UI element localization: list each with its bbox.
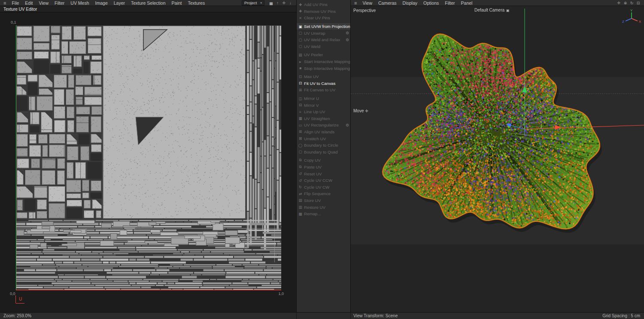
gear-icon[interactable]: ⚙ [345,31,349,35]
command-reset-uv[interactable]: ↺Reset UV [297,170,350,177]
command-mirror-u[interactable]: ◫Mirror U [297,95,350,102]
zoom-view-icon[interactable]: ⊕ [623,0,628,6]
status-bar-middle [296,313,351,319]
command-remap[interactable]: ▩Remap... [297,211,350,217]
rotate-view-icon[interactable]: ↻ [629,0,635,6]
menu-textures[interactable]: Textures [185,0,208,6]
command-uv-unwrap[interactable]: ▢UV Unwrap⚙ [297,30,350,36]
command-label: UV Peeler [304,52,323,57]
command-label: Mirror U [304,96,319,101]
menu-view[interactable]: View [36,0,52,6]
viewport-menu-display[interactable]: Display [400,0,420,6]
project-dropdown[interactable]: Project ▾ [242,0,264,6]
command-flip-sequence[interactable]: ⇄Flip Sequence [297,190,350,197]
uv-straighten-icon: ▦ [298,116,303,120]
command-copy-uv[interactable]: ⧉Copy UV [297,157,350,164]
command-fit-canvas-to-uv[interactable]: ⊞Fit Canvas to UV [297,87,350,93]
menu-layer[interactable]: Layer [111,0,128,6]
command-label: Set UVW from Projection [304,24,350,29]
hand-icon[interactable]: ✛ [281,0,287,6]
menu-uv-mesh[interactable]: UV Mesh [67,0,92,6]
menu-icon[interactable]: ≡ [1,0,9,6]
command-add-uv-pins[interactable]: ✚Add UV Pins [297,1,350,8]
command-uv-peeler[interactable]: ▤UV Peeler [297,51,350,58]
command-boundary-to-quad[interactable]: ▢Boundary to Quad [297,148,350,155]
y-axis-label: Y [630,9,633,12]
boundary-to-circle-icon: ◯ [298,143,303,147]
command-paste-uv[interactable]: ⧉Paste UV [297,164,350,171]
viewport-menu-cameras[interactable]: Cameras [375,0,400,6]
uv-canvas-area[interactable]: 0,1 0,0 1,0 U [0,12,296,312]
command-boundary-to-circle[interactable]: ◯Boundary to Circle [297,142,350,149]
command-start-interactive-mapping[interactable]: ▸Start Interactive Mapping [297,58,350,65]
command-uv-weld[interactable]: ▢UV Weld [297,43,350,50]
fit-uv-to-canvas-icon: ⊡ [298,81,303,85]
uv-map-canvas[interactable] [16,25,281,290]
menu-image[interactable]: Image [92,0,111,6]
command-label: Boundary to Circle [304,143,338,147]
command-cycle-uv-cw[interactable]: ↻Cycle UV CW [297,184,350,190]
unstitch-uv-icon: ⊠ [298,136,303,141]
menu-icon[interactable]: ≡ [352,0,359,6]
command-unstitch-uv[interactable]: ⊠Unstitch UV [297,135,350,142]
pan-view-icon[interactable]: ✛ [616,0,622,6]
command-label: Paste UV [304,165,322,169]
menu-edit[interactable]: Edit [22,0,36,6]
arrow-up-icon[interactable]: ↑ [275,0,280,6]
viewport-menu-view[interactable]: View [359,0,375,6]
command-cycle-uv-ccw[interactable]: ↺Cycle UV CCW [297,177,350,184]
mirror-v-icon: ⊟ [298,103,303,107]
u-axis-indicator: U [15,295,27,303]
camera-label[interactable]: Default Camera▣ [474,8,510,12]
remap-icon: ▩ [298,212,303,216]
set-uvw-from-projection-icon: ▣ [298,24,303,29]
coral-model[interactable] [376,24,612,264]
command-label: UV Rectangularize [304,123,339,127]
gear-icon[interactable]: ⚙ [345,123,349,127]
status-bar: Zoom: 259.0% View Transform: Scene Grid … [0,312,644,319]
viewport-menu-options[interactable]: Options [420,0,442,6]
command-set-uvw-from-projection[interactable]: ▣Set UVW from Projection⚙ [297,23,350,30]
arrow-down-icon[interactable]: ↓ [288,0,293,6]
command-uv-rectangularize[interactable]: ▭UV Rectangularize⚙ [297,122,350,129]
command-label: UV Straighten [304,116,330,121]
command-mirror-v[interactable]: ⊟Mirror V [297,102,350,108]
command-remove-uv-pins[interactable]: ✚Remove UV Pins [297,8,350,15]
command-label: Remove UV Pins [304,9,336,14]
menu-filter[interactable]: Filter [52,0,67,6]
move-icon: ✛ [365,109,368,113]
viewport-3d-view[interactable]: Perspective Default Camera▣ Move✛ Y X Z [351,6,644,312]
command-store-uv[interactable]: ▤Store UV [297,197,350,204]
command-label: Fit Canvas to UV [304,87,335,92]
uv-rectangularize-icon: ▭ [298,123,303,127]
command-fit-uv-to-canvas[interactable]: ⊡Fit UV to Canvas [297,80,350,87]
command-clear-uv-pins[interactable]: ✕Clear UV Pins [297,15,350,21]
menu-file[interactable]: File [9,0,22,6]
command-label: Max UV [304,74,319,79]
uv-commands-list: ✚Add UV Pins✚Remove UV Pins✕Clear UV Pin… [297,1,350,217]
viewport-view-icons: ✛⊕↻⊡ [616,0,641,6]
toggle-view-icon[interactable]: ⊡ [635,0,641,6]
command-uv-weld-and-relax[interactable]: ▢UV Weld and Relax⚙ [297,36,350,43]
cycle-uv-ccw-icon: ↺ [298,178,303,183]
menu-paint[interactable]: Paint [169,0,185,6]
line-up-uv-icon: ≡ [298,110,303,114]
histogram-icon[interactable]: ▅ [268,0,274,6]
command-align-uv-islands[interactable]: ⊞Align UV Islands [297,129,350,135]
gear-icon[interactable]: ⚙ [345,38,349,42]
max-uv-icon: ⊡ [298,75,303,79]
panel-title-bar: Texture UV Editor [0,6,296,12]
start-interactive-mapping-icon: ▸ [298,60,303,64]
viewport-menu-panel[interactable]: Panel [458,0,476,6]
command-uv-straighten[interactable]: ▦UV Straighten [297,115,350,122]
uv-editor-menubar: ≡ FileEditViewFilterUV MeshImageLayerTex… [0,0,296,6]
command-stop-interactive-mapping[interactable]: ■Stop Interactive Mapping [297,65,350,72]
command-restore-uv[interactable]: ▥Restore UV [297,204,350,211]
command-max-uv[interactable]: ⊡Max UV [297,73,350,80]
command-label: Store UV [304,198,321,203]
uv-square[interactable]: 0,1 0,0 1,0 U [16,25,281,290]
viewport-menubar: ≡ ViewCamerasDisplayOptionsFilterPanel ✛… [351,0,644,6]
viewport-menu-filter[interactable]: Filter [442,0,458,6]
menu-texture-selection[interactable]: Texture Selection [128,0,169,6]
command-line-up-uv[interactable]: ≡Line Up UV [297,108,350,115]
